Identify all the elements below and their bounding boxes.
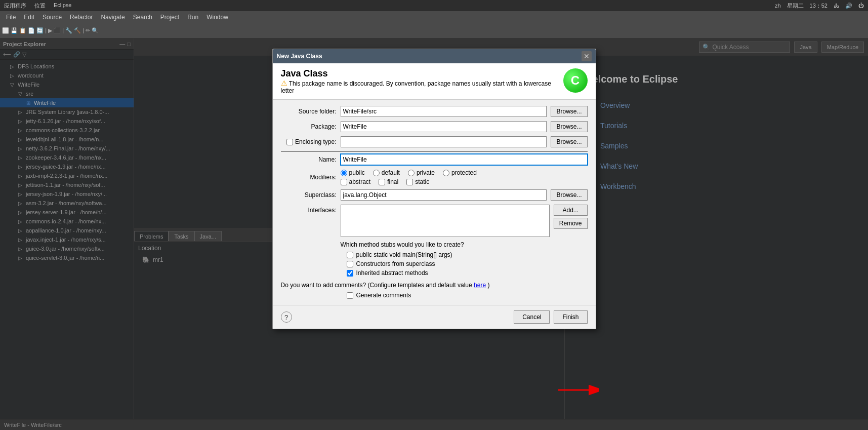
modifier-public-radio[interactable] <box>341 170 347 176</box>
menu-source[interactable]: Source <box>38 13 66 22</box>
package-browse-button[interactable]: Browse... <box>551 121 587 132</box>
eclipse-toolbar: ⬜ 💾 📋 📄 🔄 | ▶ ⬛ | 🔧 🔨 | ✏ 🔍 <box>0 23 868 38</box>
dialog-titlebar: New Java Class ✕ <box>273 49 596 63</box>
superclass-browse-button[interactable]: Browse... <box>551 189 587 201</box>
comments-here-link[interactable]: here <box>474 282 486 289</box>
app-menu[interactable]: 应用程序 <box>4 2 26 10</box>
dialog-form: Source folder: Browse... Package: Browse… <box>273 100 596 305</box>
day-of-week: 星期二 <box>787 2 804 10</box>
comments-close-paren: ) <box>487 282 489 289</box>
system-bar-left: 应用程序 位置 Eclipse <box>4 2 71 10</box>
superclass-label: Superclass: <box>281 191 337 199</box>
modifiers-area: public default private protected <box>341 169 477 185</box>
dialog-title: New Java Class <box>277 53 322 60</box>
modifier-check-group: abstract final static <box>341 178 477 185</box>
menu-navigate[interactable]: Navigate <box>97 13 129 22</box>
eclipse-menu[interactable]: Eclipse <box>54 2 71 10</box>
toolbar-icons: ⬜ 💾 📋 📄 🔄 | ▶ ⬛ | 🔧 🔨 | ✏ 🔍 <box>2 27 99 34</box>
modifier-final-label: final <box>387 178 398 185</box>
name-row: Name: <box>281 154 588 165</box>
eclipse-menubar: File Edit Source Refactor Navigate Searc… <box>0 11 868 23</box>
comments-section: Do you want to add comments? (Configure … <box>281 282 588 299</box>
stub-constructors: Constructors from superclass <box>281 260 588 267</box>
enclosing-type-label: Enclosing type: <box>295 138 336 145</box>
locale: zh <box>775 3 781 9</box>
form-divider <box>281 151 588 152</box>
menu-file[interactable]: File <box>2 13 20 22</box>
stub-main-label: public static void main(String[] args) <box>356 251 452 258</box>
modifier-final[interactable]: final <box>379 178 398 185</box>
menu-search[interactable]: Search <box>129 13 156 22</box>
warning-text: This package name is discouraged. By con… <box>281 80 551 94</box>
menu-run[interactable]: Run <box>183 13 202 22</box>
modifier-radio-group: public default private protected <box>341 169 477 176</box>
stubs-section: Which method stubs would you like to cre… <box>281 241 588 277</box>
modifier-protected-radio[interactable] <box>443 170 449 176</box>
warning-icon: ⚠ <box>281 79 287 87</box>
menu-window[interactable]: Window <box>202 13 232 22</box>
dialog-overlay: New Java Class ✕ Java Class ⚠ This packa… <box>0 38 868 430</box>
stub-constructors-label: Constructors from superclass <box>356 260 435 267</box>
dialog-help-button[interactable]: ? <box>281 311 292 323</box>
menu-edit[interactable]: Edit <box>20 13 38 22</box>
enclosing-type-browse-button[interactable]: Browse... <box>551 136 587 147</box>
dialog-header-info: Java Class ⚠ This package name is discou… <box>281 68 557 94</box>
network-icon: 🖧 <box>834 3 839 9</box>
name-label: Name: <box>281 156 337 163</box>
name-input[interactable] <box>341 154 588 165</box>
interfaces-add-button[interactable]: Add... <box>554 205 588 216</box>
modifier-default[interactable]: default <box>373 169 400 176</box>
stub-main: public static void main(String[] args) <box>281 251 588 258</box>
enclosing-type-checkbox[interactable] <box>286 139 293 145</box>
stubs-question: Which method stubs would you like to cre… <box>281 241 588 248</box>
package-row: Package: Browse... <box>281 121 588 132</box>
stub-inherited-label: Inherited abstract methods <box>356 269 428 277</box>
modifier-final-checkbox[interactable] <box>379 179 385 185</box>
new-java-class-dialog: New Java Class ✕ Java Class ⚠ This packa… <box>272 49 596 329</box>
modifier-static-checkbox[interactable] <box>406 179 413 185</box>
modifier-protected[interactable]: protected <box>443 169 477 176</box>
modifier-default-radio[interactable] <box>373 170 380 176</box>
stub-main-checkbox[interactable] <box>347 252 353 258</box>
time: 13：52 <box>810 2 828 10</box>
interfaces-remove-button[interactable]: Remove <box>554 218 588 229</box>
source-folder-row: Source folder: Browse... <box>281 106 588 117</box>
source-folder-browse-button[interactable]: Browse... <box>551 106 587 117</box>
modifier-abstract-label: abstract <box>349 178 371 185</box>
enclosing-type-input[interactable] <box>341 136 547 147</box>
comments-question: Do you want to add comments? (Configure … <box>281 282 588 289</box>
superclass-input[interactable] <box>341 189 547 201</box>
modifier-static[interactable]: static <box>406 178 429 185</box>
stub-constructors-checkbox[interactable] <box>347 261 353 267</box>
finish-button[interactable]: Finish <box>554 310 587 324</box>
location-menu[interactable]: 位置 <box>34 2 46 10</box>
source-folder-label: Source folder: <box>281 108 337 115</box>
source-folder-input[interactable] <box>341 106 547 117</box>
interfaces-listbox[interactable] <box>341 205 550 237</box>
power-icon: ⏻ <box>858 3 864 9</box>
system-bar: 应用程序 位置 Eclipse zh 星期二 13：52 🖧 🔊 ⏻ <box>0 0 868 11</box>
modifier-private[interactable]: private <box>408 169 435 176</box>
cancel-button[interactable]: Cancel <box>514 310 550 324</box>
interfaces-area: Interfaces: Add... Remove <box>281 205 588 237</box>
dialog-close-button[interactable]: ✕ <box>582 51 592 61</box>
menu-project[interactable]: Project <box>156 13 183 22</box>
generate-comments-label: Generate comments <box>356 292 411 299</box>
dialog-action-buttons: Cancel Finish <box>514 310 587 324</box>
java-logo-icon: C <box>563 68 588 93</box>
modifier-public[interactable]: public <box>341 169 365 176</box>
package-input[interactable] <box>341 121 547 132</box>
enclosing-type-row: Enclosing type: Browse... <box>281 136 588 147</box>
modifiers-label: Modifiers: <box>281 174 337 181</box>
stub-inherited-checkbox[interactable] <box>347 270 353 277</box>
modifier-abstract-checkbox[interactable] <box>341 179 347 185</box>
modifier-abstract[interactable]: abstract <box>341 178 371 185</box>
generate-comments-item: Generate comments <box>281 292 588 299</box>
menu-refactor[interactable]: Refactor <box>66 13 97 22</box>
modifier-static-label: static <box>415 178 429 185</box>
sound-icon: 🔊 <box>845 3 852 9</box>
modifier-default-label: default <box>382 169 400 176</box>
generate-comments-checkbox[interactable] <box>347 292 353 299</box>
modifier-private-radio[interactable] <box>408 170 415 176</box>
stub-inherited: Inherited abstract methods <box>281 269 588 277</box>
